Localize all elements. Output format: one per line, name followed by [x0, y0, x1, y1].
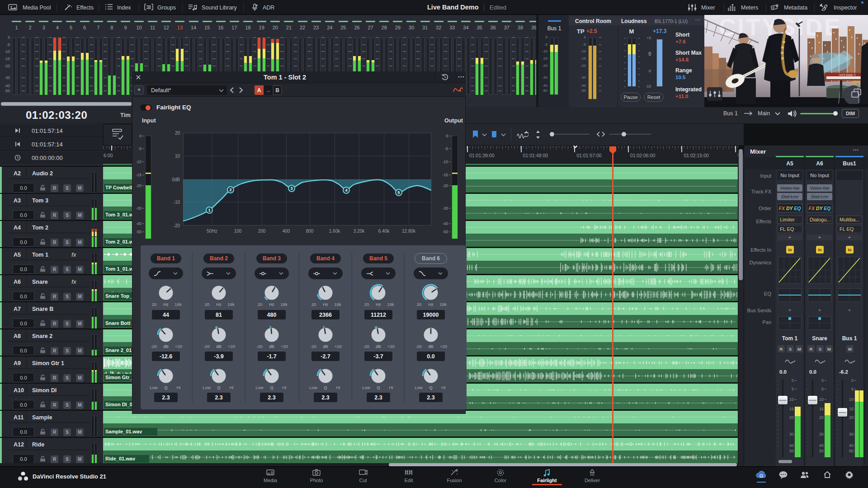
- svg-text:21: 21: [760, 475, 764, 478]
- svg-text:nord stage 3: nord stage 3: [839, 73, 856, 77]
